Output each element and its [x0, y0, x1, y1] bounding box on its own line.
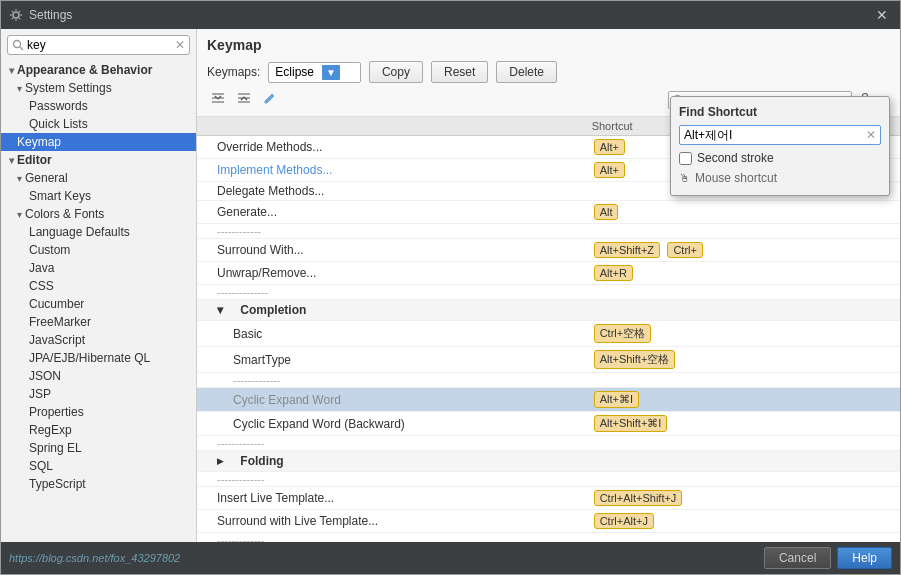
sidebar-tree: Appearance & Behavior System Settings Pa…: [1, 59, 196, 542]
table-row[interactable]: Cyclic Expand Word (Backward) Alt+Shift+…: [197, 412, 900, 436]
expand-all-button[interactable]: [207, 89, 229, 110]
action-name: Delegate Methods...: [197, 182, 584, 201]
sidebar-item-custom[interactable]: Custom: [1, 241, 196, 259]
sidebar-item-system-settings[interactable]: System Settings: [1, 79, 196, 97]
close-button[interactable]: ✕: [872, 5, 892, 25]
help-button[interactable]: Help: [837, 547, 892, 569]
settings-window: Settings ✕ ✕ Appearance &: [0, 0, 901, 575]
sidebar-item-spring-el[interactable]: Spring EL: [1, 439, 196, 457]
sidebar-item-quick-lists[interactable]: Quick Lists: [1, 115, 196, 133]
action-column-header: [197, 117, 584, 136]
reset-button[interactable]: Reset: [431, 61, 488, 83]
delete-button[interactable]: Delete: [496, 61, 557, 83]
svg-point-1: [14, 41, 21, 48]
shortcut-cell: Ctrl+空格: [584, 321, 900, 347]
title-bar-left: Settings: [9, 8, 72, 22]
table-row[interactable]: SmartType Alt+Shift+空格: [197, 347, 900, 373]
expand-all-icon: [211, 91, 225, 105]
sidebar-item-label: JavaScript: [29, 333, 85, 347]
panel-title: Keymap: [207, 37, 890, 53]
action-name: Cyclic Expand Word: [197, 388, 584, 412]
find-shortcut-popup: Find Shortcut ✕ Second stroke Mouse shor…: [670, 96, 890, 196]
settings-icon: [9, 8, 23, 22]
keymap-row: Keymaps: Eclipse ▼ Copy Reset Delete: [207, 61, 890, 83]
sidebar: ✕ Appearance & Behavior System Settings …: [1, 29, 197, 542]
sidebar-item-freemarker[interactable]: FreeMarker: [1, 313, 196, 331]
table-row[interactable]: Insert Live Template... Ctrl+Alt+Shift+J: [197, 487, 900, 510]
cancel-button[interactable]: Cancel: [764, 547, 831, 569]
sidebar-item-javascript[interactable]: JavaScript: [1, 331, 196, 349]
table-row[interactable]: Generate... Alt: [197, 201, 900, 224]
sidebar-item-label: Quick Lists: [29, 117, 88, 131]
sidebar-item-smart-keys[interactable]: Smart Keys: [1, 187, 196, 205]
sidebar-item-editor[interactable]: Editor: [1, 151, 196, 169]
sidebar-item-label: Java: [29, 261, 54, 275]
sidebar-item-label: Language Defaults: [29, 225, 130, 239]
table-row[interactable]: Unwrap/Remove... Alt+R: [197, 262, 900, 285]
search-clear-icon[interactable]: ✕: [175, 38, 185, 52]
shortcut-cell: Alt+R: [584, 262, 900, 285]
sidebar-item-keymap[interactable]: Keymap: [1, 133, 196, 151]
sidebar-item-typescript[interactable]: TypeScript: [1, 475, 196, 493]
sidebar-item-cucumber[interactable]: Cucumber: [1, 295, 196, 313]
action-name: Override Methods...: [197, 136, 584, 159]
expand-arrow-icon: [17, 209, 22, 220]
sidebar-item-sql[interactable]: SQL: [1, 457, 196, 475]
edit-icon: [263, 91, 277, 105]
group-name: Folding: [197, 451, 584, 472]
group-expand-icon: [217, 454, 223, 468]
edit-shortcut-button[interactable]: [259, 89, 281, 110]
popup-clear-icon[interactable]: ✕: [866, 128, 876, 142]
sidebar-item-label: System Settings: [25, 81, 112, 95]
copy-button[interactable]: Copy: [369, 61, 423, 83]
shortcut-cell: Alt+Shift+Z Ctrl+: [584, 239, 900, 262]
separator-row: -------------: [197, 373, 900, 388]
group-expand-icon: [217, 303, 223, 317]
sidebar-item-jsp[interactable]: JSP: [1, 385, 196, 403]
keymap-value: Eclipse: [275, 65, 314, 79]
sidebar-item-label: Custom: [29, 243, 70, 257]
sidebar-item-css[interactable]: CSS: [1, 277, 196, 295]
collapse-all-button[interactable]: [233, 89, 255, 110]
expand-arrow-icon: [17, 83, 22, 94]
sidebar-item-label: CSS: [29, 279, 54, 293]
folding-group-row[interactable]: Folding: [197, 451, 900, 472]
sidebar-item-label: RegExp: [29, 423, 72, 437]
sidebar-search-bar: ✕: [1, 29, 196, 59]
table-row[interactable]: Surround with Live Template... Ctrl+Alt+…: [197, 510, 900, 533]
window-title: Settings: [29, 8, 72, 22]
svg-point-0: [13, 12, 19, 18]
mouse-shortcut-row: Mouse shortcut: [679, 169, 881, 187]
sidebar-item-regexp[interactable]: RegExp: [1, 421, 196, 439]
sidebar-item-label: Colors & Fonts: [25, 207, 104, 221]
cyclic-expand-word-row[interactable]: Cyclic Expand Word Alt+⌘I: [197, 388, 900, 412]
table-row[interactable]: Basic Ctrl+空格: [197, 321, 900, 347]
sidebar-item-label: Cucumber: [29, 297, 84, 311]
second-stroke-checkbox[interactable]: [679, 152, 692, 165]
sidebar-item-label: General: [25, 171, 68, 185]
toolbar-left: [207, 89, 281, 110]
title-bar: Settings ✕: [1, 1, 900, 29]
search-input-wrap: ✕: [7, 35, 190, 55]
sidebar-item-jpa[interactable]: JPA/EJB/Hibernate QL: [1, 349, 196, 367]
sidebar-item-general[interactable]: General: [1, 169, 196, 187]
sidebar-item-json[interactable]: JSON: [1, 367, 196, 385]
shortcut-cell: [584, 451, 900, 472]
sidebar-item-properties[interactable]: Properties: [1, 403, 196, 421]
sidebar-item-colors-fonts[interactable]: Colors & Fonts: [1, 205, 196, 223]
sidebar-item-label: JSON: [29, 369, 61, 383]
search-input[interactable]: [27, 38, 175, 52]
table-row[interactable]: Surround With... Alt+Shift+Z Ctrl+: [197, 239, 900, 262]
sidebar-item-passwords[interactable]: Passwords: [1, 97, 196, 115]
second-stroke-label[interactable]: Second stroke: [697, 151, 774, 165]
popup-title: Find Shortcut: [679, 105, 881, 119]
bottom-actions: Cancel Help: [764, 547, 892, 569]
sidebar-item-language-defaults[interactable]: Language Defaults: [1, 223, 196, 241]
keymaps-label: Keymaps:: [207, 65, 260, 79]
sidebar-item-appearance-behavior[interactable]: Appearance & Behavior: [1, 61, 196, 79]
find-shortcut-input[interactable]: [684, 128, 866, 142]
action-name: Basic: [197, 321, 584, 347]
keymap-dropdown[interactable]: Eclipse ▼: [268, 62, 361, 83]
completion-group-row[interactable]: Completion: [197, 300, 900, 321]
sidebar-item-java[interactable]: Java: [1, 259, 196, 277]
